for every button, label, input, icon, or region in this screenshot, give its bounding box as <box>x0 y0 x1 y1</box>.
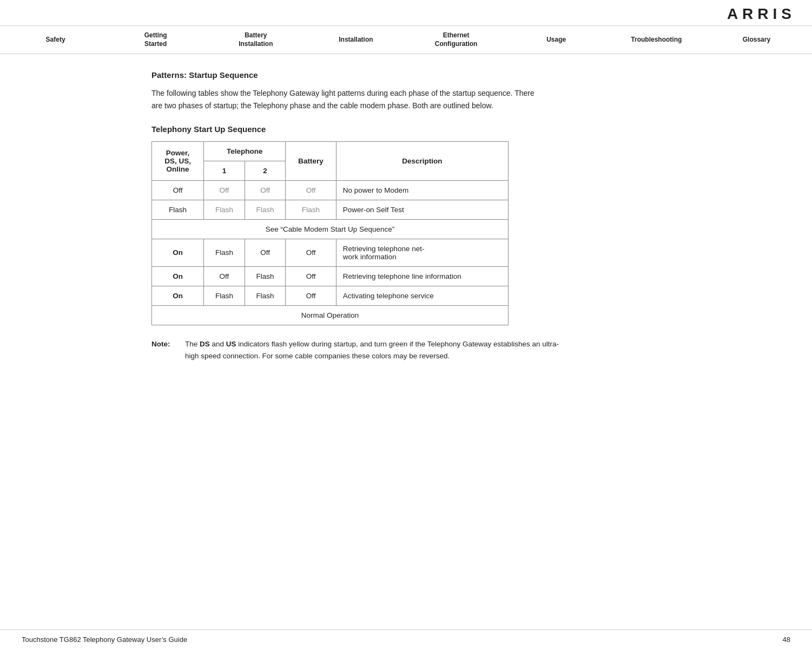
table-span-row: Normal Operation <box>152 305 509 325</box>
nav-battery-installation[interactable]: Battery Installation <box>206 26 306 54</box>
nav-installation[interactable]: Installation <box>306 26 406 54</box>
table-cell-tel1: Off <box>204 180 245 200</box>
footer-right: 48 <box>783 635 790 644</box>
note-section: Note: The DS and US indicators flash yel… <box>151 338 563 362</box>
table-cell-description: Retrieving telephone line information <box>336 266 508 286</box>
main-content: Patterns: Startup Sequence The following… <box>0 54 812 383</box>
table-cell-description: Activating telephone service <box>336 286 508 305</box>
table-cell-tel2: Flash <box>245 266 286 286</box>
table-cell-power: On <box>152 286 204 305</box>
section-title: Patterns: Startup Sequence <box>151 70 790 80</box>
table-cell-tel1: Flash <box>204 200 245 219</box>
table-cell-power: Off <box>152 180 204 200</box>
table-cell-battery: Flash <box>286 200 336 219</box>
startup-sequence-table: Power, DS, US, Online Telephone Battery … <box>151 141 509 325</box>
table-cell-tel1: Off <box>204 266 245 286</box>
table-cell-tel2: Off <box>245 180 286 200</box>
logo-bar: ARRIS <box>0 0 812 25</box>
col-header-tel2: 2 <box>245 161 286 180</box>
table-cell-battery: Off <box>286 266 336 286</box>
col-header-battery: Battery <box>286 141 336 180</box>
table-cell-battery: Off <box>286 239 336 266</box>
table-row: OnFlashOffOffRetrieving telephone net- w… <box>152 239 509 266</box>
footer-left: Touchstone TG862 Telephony Gateway User’… <box>22 635 187 644</box>
nav-getting-started[interactable]: Getting Started <box>105 26 206 54</box>
note-text: The DS and US indicators flash yellow du… <box>185 338 563 362</box>
arris-logo: ARRIS <box>727 5 796 22</box>
navigation-bar: Safety Getting Started Battery Installat… <box>0 25 812 54</box>
nav-usage[interactable]: Usage <box>506 26 606 54</box>
note-label: Note: <box>151 338 179 362</box>
table-cell-description: No power to Modem <box>336 180 508 200</box>
table-row: OffOffOffOffNo power to Modem <box>152 180 509 200</box>
table-cell-description: Power-on Self Test <box>336 200 508 219</box>
nav-troubleshooting[interactable]: Troubleshooting <box>606 26 707 54</box>
table-cell-power: On <box>152 239 204 266</box>
col-header-tel1: 1 <box>204 161 245 180</box>
table-row: OnFlashFlashOffActivating telephone serv… <box>152 286 509 305</box>
table-cell-power: On <box>152 266 204 286</box>
table-cell-tel2: Flash <box>245 286 286 305</box>
table-cell-battery: Off <box>286 286 336 305</box>
table-row: FlashFlashFlashFlashPower-on Self Test <box>152 200 509 219</box>
table-cell-tel2: Flash <box>245 200 286 219</box>
nav-safety[interactable]: Safety <box>5 26 105 54</box>
col-header-power: Power, DS, US, Online <box>152 141 204 180</box>
table-cell-description: Retrieving telephone net- work informati… <box>336 239 508 266</box>
table-cell-tel2: Off <box>245 239 286 266</box>
intro-paragraph: The following tables show the Telephony … <box>151 87 541 112</box>
col-header-telephone: Telephone <box>204 141 286 161</box>
table-cell-power: Flash <box>152 200 204 219</box>
page-footer: Touchstone TG862 Telephony Gateway User’… <box>0 630 812 649</box>
table-row: OnOffFlashOffRetrieving telephone line i… <box>152 266 509 286</box>
table-cell-tel1: Flash <box>204 239 245 266</box>
table-cell-battery: Off <box>286 180 336 200</box>
table-span-cell: Normal Operation <box>152 305 509 325</box>
sub-title: Telephony Start Up Sequence <box>151 124 790 134</box>
nav-glossary[interactable]: Glossary <box>707 26 807 54</box>
table-span-cell: See “Cable Modem Start Up Sequence” <box>152 219 509 239</box>
table-cell-tel1: Flash <box>204 286 245 305</box>
col-header-description: Description <box>336 141 508 180</box>
nav-ethernet-configuration[interactable]: Ethernet Configuration <box>406 26 506 54</box>
table-span-row: See “Cable Modem Start Up Sequence” <box>152 219 509 239</box>
